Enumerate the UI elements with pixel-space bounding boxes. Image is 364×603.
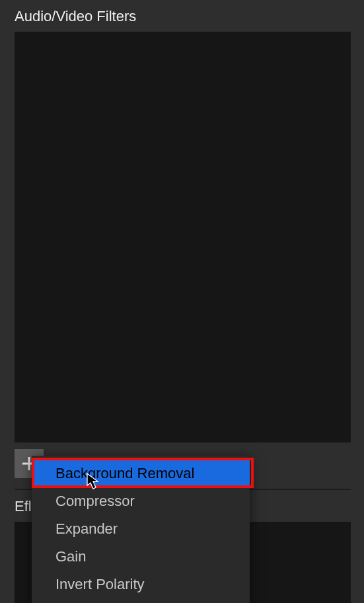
menu-item-expander[interactable]: Expander — [32, 515, 250, 543]
audio-video-filter-list[interactable] — [15, 32, 351, 443]
menu-item-label: Compressor — [55, 493, 135, 509]
menu-item-gain[interactable]: Gain — [32, 543, 250, 571]
add-filter-menu: Background Removal Compressor Expander G… — [32, 456, 250, 603]
menu-item-label: Gain — [55, 548, 86, 565]
menu-item-label: Expander — [55, 520, 118, 537]
menu-item-background-removal[interactable]: Background Removal — [32, 460, 250, 487]
filters-panel: Audio/Video Filters Efl Background Remov… — [0, 0, 364, 603]
menu-item-label: Invert Polarity — [55, 576, 145, 592]
panel-title: Audio/Video Filters — [15, 8, 136, 25]
effect-filters-label: Efl — [15, 498, 32, 515]
menu-item-label: Background Removal — [55, 465, 194, 481]
menu-item-compressor[interactable]: Compressor — [32, 487, 250, 515]
menu-item-invert-polarity[interactable]: Invert Polarity — [32, 571, 250, 598]
